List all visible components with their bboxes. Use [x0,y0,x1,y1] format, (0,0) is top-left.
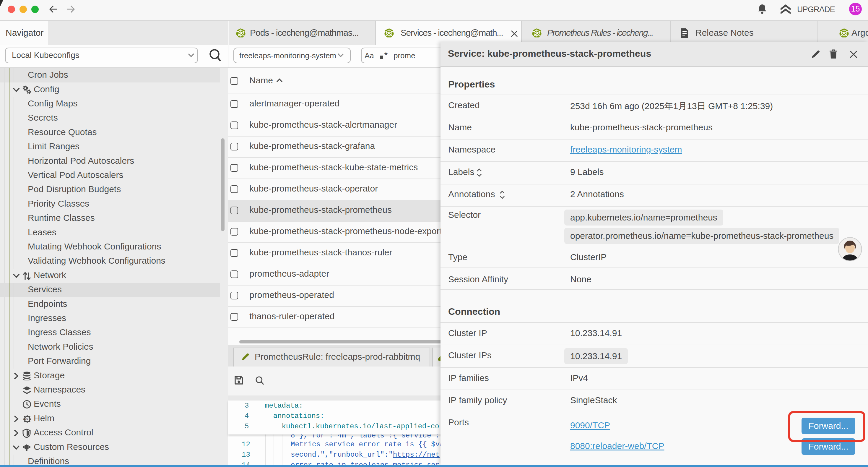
svg-text:HELM: HELM [23,418,31,421]
